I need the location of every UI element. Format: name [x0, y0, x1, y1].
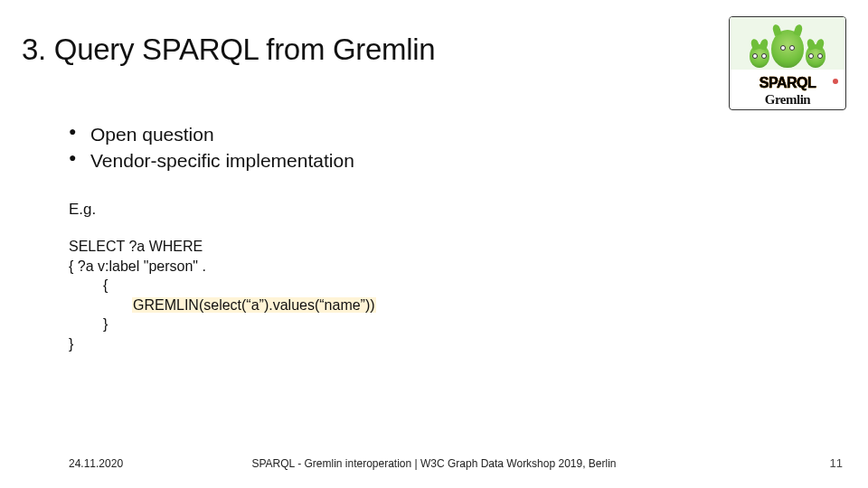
- code-example: SELECT ?a WHERE { ?a v:label "person" . …: [69, 237, 376, 354]
- code-line: {: [69, 276, 376, 296]
- bullet-text: Vendor-specific implementation: [90, 150, 354, 171]
- gremlin-icon: [771, 30, 804, 68]
- slide: 3. Query SPARQL from Gremlin SPARQL Grem…: [0, 0, 868, 488]
- example-label: E.g.: [69, 201, 96, 219]
- orange-dot-icon: [833, 79, 838, 84]
- bullet-list: Open question Vendor-specific implementa…: [69, 121, 354, 174]
- gremlin-label: Gremlin: [730, 92, 845, 108]
- code-line: { ?a v:label "person" .: [69, 257, 376, 277]
- code-line: }: [69, 334, 376, 354]
- gremlin-icon: [806, 44, 826, 68]
- footer-center-text: SPARQL - Gremlin interoperation | W3C Gr…: [0, 457, 868, 470]
- footer-page-number: 11: [830, 456, 843, 470]
- gremlin-mascot-area: [730, 17, 845, 70]
- bullet-text: Open question: [90, 124, 214, 145]
- code-highlight: GREMLIN(select(“a”).values(“name”)): [132, 297, 376, 313]
- bullet-item: Open question: [69, 121, 354, 147]
- sparql-label: SPARQL: [730, 75, 845, 91]
- gremlin-icon: [750, 44, 769, 68]
- bullet-item: Vendor-specific implementation: [69, 147, 354, 174]
- slide-title: 3. Query SPARQL from Gremlin: [22, 33, 435, 67]
- code-line: }: [69, 314, 376, 334]
- sparql-gremlin-logo: SPARQL Gremlin: [729, 16, 846, 110]
- code-line: GREMLIN(select(“a”).values(“name”)): [69, 296, 376, 315]
- code-line: SELECT ?a WHERE: [69, 237, 376, 257]
